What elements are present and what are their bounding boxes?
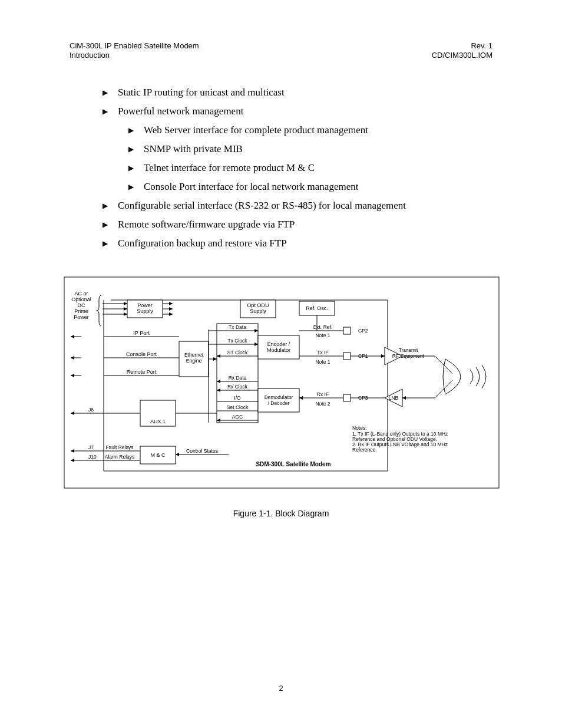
svg-text:Opt ODU: Opt ODU [247, 302, 269, 308]
svg-text:Demodulator: Demodulator [265, 394, 293, 400]
bullet-icon: ▶ [128, 126, 144, 135]
svg-text:Ref. Osc.: Ref. Osc. [306, 305, 328, 311]
bullet-icon: ▶ [103, 88, 118, 97]
page-header: CiM-300L IP Enabled Satellite Modem Intr… [70, 41, 492, 61]
header-right-2: CD/CIM300L.IOM [432, 51, 492, 60]
svg-text:Note 1: Note 1 [315, 332, 330, 338]
svg-text:DC: DC [78, 302, 85, 308]
bullet-text: Remote software/firmware upgrade via FTP [118, 219, 295, 230]
bullet-text: Telnet interface for remote product M & … [144, 162, 315, 174]
svg-text:Power: Power [137, 302, 153, 308]
figure-caption: Figure 1-1. Block Diagram [70, 509, 492, 518]
bullet-icon: ▶ [128, 164, 144, 173]
svg-text:Supply: Supply [137, 308, 153, 314]
svg-text:Tx Data: Tx Data [229, 324, 246, 330]
bullet-list: ▶Static IP routing for unicast and multi… [103, 87, 492, 249]
svg-text:Ext. Ref.: Ext. Ref. [313, 324, 333, 330]
svg-text:RF Equipment: RF Equipment [392, 353, 425, 359]
bullet-text: Static IP routing for unicast and multic… [118, 87, 285, 98]
svg-text:Tx IF: Tx IF [317, 350, 328, 355]
svg-line-81 [435, 356, 452, 374]
svg-text:AGC: AGC [232, 414, 243, 420]
page: CiM-300L IP Enabled Satellite Modem Intr… [0, 0, 562, 728]
header-right-1: Rev. 1 [432, 41, 492, 51]
bullet-text: Powerful network management [118, 106, 243, 117]
svg-text:ST Clock: ST Clock [227, 350, 248, 355]
svg-text:Rx IF: Rx IF [317, 391, 329, 397]
svg-text:I/O: I/O [234, 395, 241, 401]
svg-text:Console Port: Console Port [126, 351, 157, 357]
svg-text:Note 2: Note 2 [315, 401, 330, 407]
svg-text:AUX 1: AUX 1 [150, 419, 166, 424]
svg-rect-70 [343, 394, 351, 401]
svg-text:Prime: Prime [74, 308, 88, 314]
bullet-icon: ▶ [103, 220, 118, 229]
svg-text:Optional: Optional [71, 297, 91, 302]
page-number: 2 [0, 684, 562, 693]
svg-line-82 [435, 380, 452, 398]
bullet-icon: ▶ [103, 239, 118, 248]
svg-text:Encoder /: Encoder / [267, 341, 290, 347]
svg-text:J10: J10 [88, 454, 97, 460]
svg-text:Modulator: Modulator [267, 347, 290, 353]
bullet-text: Web Server interface for complete produc… [144, 124, 368, 136]
svg-text:Rx Data: Rx Data [229, 375, 247, 381]
svg-text:Notes:: Notes: [352, 425, 367, 431]
bullet-icon: ▶ [103, 202, 118, 210]
svg-text:Set Clock: Set Clock [227, 404, 249, 410]
bullet-text: Configuration backup and restore via FTP [118, 238, 287, 249]
svg-text:Remote Port: Remote Port [127, 369, 157, 375]
svg-text:J7: J7 [88, 444, 94, 450]
svg-text:Ethernet: Ethernet [184, 352, 204, 358]
svg-text:Note 1: Note 1 [315, 359, 330, 365]
svg-rect-68 [343, 353, 351, 360]
svg-text:Control Status: Control Status [186, 448, 218, 454]
bullet-icon: ▶ [103, 107, 118, 116]
svg-rect-66 [343, 327, 351, 334]
svg-text:Fault Relays: Fault Relays [105, 444, 133, 450]
bullet-text: Configurable serial interface (RS-232 or… [118, 200, 406, 212]
svg-text:Transmit: Transmit [399, 347, 418, 353]
header-left-1: CiM-300L IP Enabled Satellite Modem [70, 41, 199, 51]
svg-text:Tx Clock: Tx Clock [227, 338, 247, 344]
svg-text:IP Port: IP Port [133, 330, 150, 336]
bullet-icon: ▶ [128, 183, 144, 192]
svg-text:Reference.: Reference. [352, 447, 377, 453]
svg-text:CP2: CP2 [358, 328, 368, 334]
svg-text:Engine: Engine [186, 358, 202, 364]
svg-text:Rx Clock: Rx Clock [227, 384, 248, 390]
svg-text:M & C: M & C [150, 452, 166, 458]
svg-text:/ Decoder: / Decoder [268, 400, 290, 406]
svg-text:Power: Power [74, 314, 89, 320]
block-diagram: AC or Optional DC Prime Power Power Supp… [64, 276, 492, 491]
svg-text:LNB: LNB [389, 395, 399, 401]
svg-text:Supply: Supply [250, 308, 266, 314]
bullet-text: SNMP with private MIB [144, 143, 243, 155]
prime-power-label: AC or [74, 291, 88, 297]
bullet-icon: ▶ [128, 145, 144, 154]
header-left-2: Introduction [70, 51, 199, 60]
svg-text:Alarm Relays: Alarm Relays [105, 454, 135, 460]
svg-text:J6: J6 [88, 407, 94, 413]
bullet-text: Console Port interface for local network… [144, 181, 358, 193]
svg-text:SDM-300L Satellite Modem: SDM-300L Satellite Modem [256, 461, 330, 467]
